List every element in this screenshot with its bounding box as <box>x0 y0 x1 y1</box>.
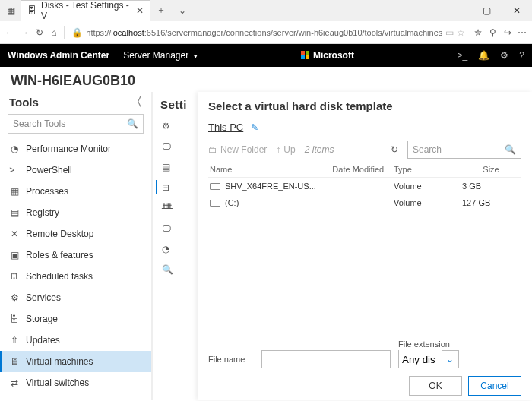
settings-row[interactable]: 🖵 <box>156 218 195 238</box>
wac-context[interactable]: Server Manager <box>123 50 198 61</box>
breadcrumb-this-pc[interactable]: This PC <box>208 122 243 133</box>
file-search-input[interactable]: Search 🔍 <box>407 141 521 159</box>
file-table: NameDate ModifiedTypeSize SHV_X64FRE_EN-… <box>208 162 521 211</box>
share-icon[interactable]: ↪ <box>502 23 512 43</box>
nav-refresh-button[interactable]: ↻ <box>34 23 44 43</box>
help-icon[interactable]: ? <box>519 50 524 61</box>
settings-row[interactable]: 🔍 <box>156 259 195 279</box>
wac-header: Windows Admin Center Server Manager Micr… <box>0 44 532 67</box>
sidebar-item-storage[interactable]: 🗄Storage <box>0 308 151 330</box>
svg-rect-3 <box>306 55 309 59</box>
edit-path-icon[interactable]: ✎ <box>251 122 258 133</box>
sidebar-item-scheduled-tasks[interactable]: 🗓Scheduled tasks <box>0 266 151 287</box>
tab-title: Disks - Test Settings - V <box>41 0 131 21</box>
sidebar-item-label: PowerShell <box>26 165 72 175</box>
notifications-icon[interactable]: 🔔 <box>478 50 489 61</box>
chevron-down-icon[interactable]: ⌄ <box>442 354 458 365</box>
new-folder-button[interactable]: 🗀 New Folder <box>208 144 267 155</box>
window-close-button[interactable]: ✕ <box>502 0 532 21</box>
sidebar-item-registry[interactable]: ▤Registry <box>0 202 151 223</box>
tool-icon: 🖥 <box>9 356 20 367</box>
svg-rect-1 <box>306 51 309 55</box>
settings-row[interactable]: ⊟ <box>156 177 195 197</box>
browser-tab[interactable]: 🗄 Disks - Test Settings - V ✕ <box>21 0 150 21</box>
microsoft-logo: Microsoft <box>301 50 354 61</box>
wac-brand[interactable]: Windows Admin Center <box>8 50 109 61</box>
tools-collapse-icon[interactable]: 〈 <box>131 95 142 109</box>
reading-list-icon[interactable]: ⚲ <box>488 23 498 43</box>
browser-navbar: ← → ↻ ⌂ 🔒 https://localhost:6516/serverm… <box>0 21 532 44</box>
table-row[interactable]: SHV_X64FRE_EN-US...Volume3 GB <box>208 178 521 195</box>
settings-row[interactable]: ᚙ <box>156 197 195 218</box>
sidebar-item-label: Virtual switches <box>26 377 89 388</box>
sidebar-item-roles-features[interactable]: ▣Roles & features <box>0 245 151 266</box>
sidebar-item-label: Scheduled tasks <box>26 271 93 282</box>
column-header[interactable]: Size <box>461 162 521 178</box>
up-arrow-icon: ↑ <box>276 144 280 155</box>
tools-list: ◔Performance Monitor>_PowerShell▦Process… <box>0 138 151 400</box>
lock-icon: 🔒 <box>71 27 83 38</box>
settings-gear-icon[interactable]: ⚙ <box>500 50 508 61</box>
sidebar-item-performance-monitor[interactable]: ◔Performance Monitor <box>0 138 151 159</box>
file-name-input[interactable] <box>261 350 391 368</box>
window-minimize-button[interactable]: — <box>441 0 471 21</box>
tool-icon: 🗓 <box>9 271 20 282</box>
settings-sliver: Setti ⚙🖵▤⊟ᚙ🖵◔🔍 <box>152 92 198 400</box>
up-button[interactable]: ↑ Up <box>276 144 295 155</box>
column-header[interactable]: Date Modified <box>331 162 392 178</box>
tool-icon: ▦ <box>9 186 20 197</box>
ok-button[interactable]: OK <box>409 376 462 396</box>
app-icon: ▦ <box>0 5 21 16</box>
item-count: 2 items <box>305 144 334 155</box>
tool-icon: ▣ <box>9 250 20 260</box>
sidebar-item-settings[interactable]: ⚙Settings <box>0 393 151 400</box>
tool-icon: ▤ <box>9 207 20 218</box>
settings-row[interactable]: 🖵 <box>156 136 195 156</box>
nav-forward-button[interactable]: → <box>19 23 29 43</box>
favorite-icon[interactable]: ☆ <box>457 27 465 38</box>
window-maximize-button[interactable]: ▢ <box>471 0 502 21</box>
sidebar-item-processes[interactable]: ▦Processes <box>0 181 151 202</box>
table-row[interactable]: (C:)Volume127 GB <box>208 194 521 211</box>
settings-row[interactable]: ⚙ <box>156 115 195 136</box>
sidebar-item-label: Updates <box>26 335 60 346</box>
sidebar-item-services[interactable]: ⚙Services <box>0 287 151 308</box>
more-icon[interactable]: ⋯ <box>518 23 527 43</box>
new-tab-button[interactable]: ＋ <box>150 4 172 17</box>
cloud-shell-icon[interactable]: >_ <box>458 50 468 61</box>
sidebar-item-remote-desktop[interactable]: ✕Remote Desktop <box>0 223 151 245</box>
sidebar-item-label: Registry <box>26 207 59 218</box>
sidebar-item-label: Storage <box>26 314 58 324</box>
settings-row[interactable]: ▤ <box>156 156 195 177</box>
nav-home-button[interactable]: ⌂ <box>49 23 59 43</box>
tab-chevron-icon[interactable]: ⌄ <box>172 5 193 16</box>
tool-icon: ⚙ <box>9 399 20 400</box>
column-header[interactable]: Name <box>208 162 331 178</box>
search-icon: 🔍 <box>127 118 138 129</box>
tool-icon: ✕ <box>9 229 20 239</box>
tab-close-icon[interactable]: ✕ <box>136 5 144 16</box>
cancel-button[interactable]: Cancel <box>468 376 521 396</box>
nav-back-button[interactable]: ← <box>5 23 14 43</box>
reading-view-icon[interactable]: ▭ <box>445 27 454 38</box>
sidebar-item-powershell[interactable]: >_PowerShell <box>0 159 151 181</box>
svg-rect-0 <box>301 51 305 55</box>
sidebar-item-virtual-machines[interactable]: 🖥Virtual machines <box>0 351 151 372</box>
tools-search-input[interactable]: Search Tools 🔍 <box>8 114 144 134</box>
favorites-hub-icon[interactable]: ✮ <box>473 23 483 43</box>
search-icon: 🔍 <box>505 144 516 155</box>
sidebar-item-label: Virtual machines <box>26 356 93 367</box>
file-ext-value[interactable] <box>399 350 442 368</box>
sidebar-item-updates[interactable]: ⇧Updates <box>0 330 151 351</box>
sidebar-item-label: Services <box>26 292 61 303</box>
settings-row[interactable]: ◔ <box>156 238 195 259</box>
file-ext-select[interactable]: ⌄ <box>398 350 459 368</box>
tools-header: Tools <box>9 96 39 109</box>
column-header[interactable]: Type <box>392 162 461 178</box>
sidebar-item-label: Remote Desktop <box>26 229 93 239</box>
tool-icon: ◔ <box>9 144 20 154</box>
address-bar[interactable]: 🔒 https://localhost:6516/servermanager/c… <box>68 24 468 41</box>
sidebar-item-virtual-switches[interactable]: ⇄Virtual switches <box>0 372 151 393</box>
refresh-button[interactable]: ↻ <box>391 144 398 155</box>
select-vhd-dialog: Select a virtual hard disk template This… <box>198 92 532 400</box>
